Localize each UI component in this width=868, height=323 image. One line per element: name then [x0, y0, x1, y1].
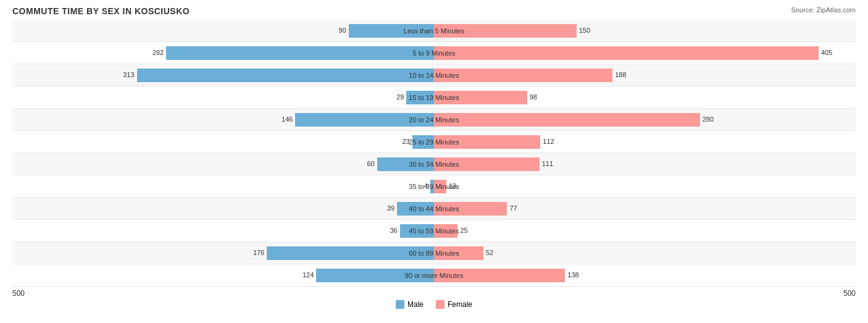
male-swatch — [396, 300, 404, 309]
val-female: 98 — [530, 93, 537, 101]
table-row: 60 to 89 Minutes17652 — [12, 242, 856, 264]
table-row: 30 to 34 Minutes60111 — [12, 153, 856, 175]
row-label: 45 to 59 Minutes — [409, 227, 459, 235]
bar-female — [434, 69, 612, 82]
table-row: 15 to 19 Minutes2998 — [12, 86, 856, 109]
table-row: 35 to 39 Minutes413 — [12, 175, 856, 198]
row-label: 20 to 24 Minutes — [409, 116, 459, 124]
row-label: 40 to 44 Minutes — [409, 205, 459, 212]
bar-male — [137, 69, 434, 82]
bar-male — [166, 46, 434, 60]
row-label: 15 to 19 Minutes — [409, 94, 459, 101]
table-row: Less than 5 Minutes90150 — [12, 20, 856, 42]
table-row: 25 to 29 Minutes23112 — [12, 131, 856, 153]
female-label: Female — [448, 300, 472, 309]
chart-title: COMMUTE TIME BY SEX IN KOSCIUSKO — [12, 6, 856, 16]
val-female: 111 — [542, 160, 553, 167]
val-female: 150 — [579, 27, 590, 34]
legend: Male Female — [12, 300, 856, 309]
row-label: Less than 5 Minutes — [404, 27, 464, 35]
val-male: 124 — [303, 271, 314, 279]
val-female: 188 — [615, 71, 626, 78]
val-female: 52 — [486, 249, 493, 256]
val-male: 176 — [253, 249, 264, 256]
val-female: 138 — [567, 271, 578, 279]
bar-female — [434, 113, 700, 127]
axis-labels: 500 500 — [12, 289, 856, 298]
axis-left: 500 — [12, 289, 25, 298]
table-row: 5 to 9 Minutes282405 — [12, 42, 856, 64]
chart-container: COMMUTE TIME BY SEX IN KOSCIUSKO Source:… — [0, 0, 868, 323]
source-text: Source: ZipAtlas.com — [791, 6, 856, 14]
bar-female — [434, 46, 819, 60]
bars-area: Less than 5 Minutes901505 to 9 Minutes28… — [12, 20, 856, 287]
row-label: 5 to 9 Minutes — [412, 49, 455, 57]
row-label: 30 to 34 Minutes — [409, 161, 459, 168]
val-male: 39 — [387, 204, 394, 212]
row-label: 90 or more Minutes — [405, 272, 464, 279]
row-label: 10 to 14 Minutes — [409, 72, 459, 79]
row-label: 60 to 89 Minutes — [409, 250, 459, 257]
table-row: 40 to 44 Minutes3977 — [12, 198, 856, 220]
val-female: 280 — [703, 115, 714, 123]
table-row: 20 to 24 Minutes146280 — [12, 109, 856, 131]
val-female: 112 — [543, 138, 554, 145]
female-swatch — [436, 300, 444, 309]
val-male: 60 — [367, 160, 374, 167]
val-female: 405 — [821, 49, 832, 56]
val-male: 282 — [152, 49, 164, 56]
axis-right: 500 — [843, 289, 856, 298]
table-row: 45 to 59 Minutes3625 — [12, 220, 856, 242]
row-label: 25 to 29 Minutes — [409, 138, 459, 146]
table-row: 90 or more Minutes124138 — [12, 264, 856, 287]
val-male: 90 — [338, 27, 346, 34]
val-male: 36 — [390, 227, 397, 234]
legend-female: Female — [436, 300, 472, 309]
legend-male: Male — [396, 300, 424, 309]
val-female: 25 — [460, 227, 467, 234]
val-male: 313 — [123, 71, 134, 78]
val-female: 77 — [509, 204, 517, 212]
val-male: 29 — [396, 93, 404, 101]
table-row: 10 to 14 Minutes313188 — [12, 64, 856, 86]
row-label: 35 to 39 Minutes — [409, 183, 459, 190]
male-label: Male — [407, 300, 424, 309]
val-male: 146 — [282, 115, 293, 123]
